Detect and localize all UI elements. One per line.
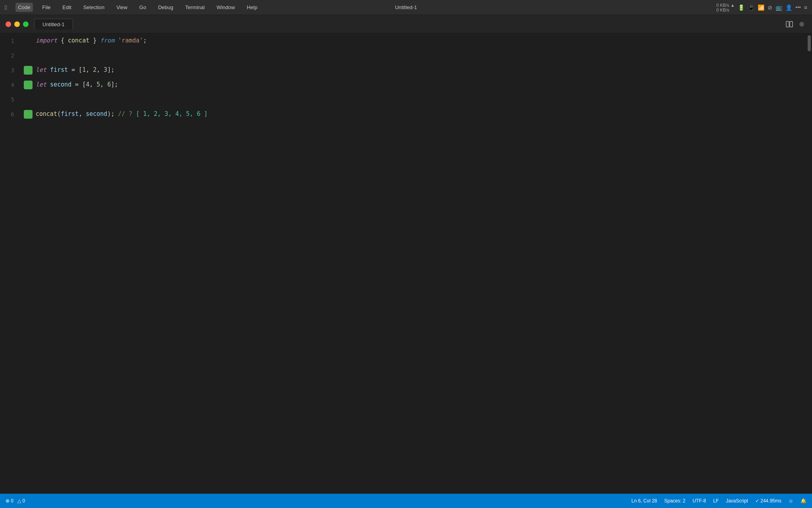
tab-label: Untitled-1 (42, 21, 65, 27)
menu-bar:  Code File Edit Selection View Go Debug… (0, 0, 812, 15)
language[interactable]: JavaScript (726, 498, 748, 504)
editor-area: 1import { concat } from 'ramda';23let fi… (0, 33, 812, 494)
lines-container: 1import { concat } from 'ramda';23let fi… (0, 33, 806, 121)
active-tab[interactable]: Untitled-1 (34, 19, 73, 30)
scrollbar-thumb[interactable] (808, 35, 811, 51)
menu-item-view[interactable]: View (114, 3, 130, 12)
menu-item-file[interactable]: File (40, 3, 53, 12)
noentry-icon: ⊘ (768, 4, 772, 11)
quokka-indicator (24, 110, 33, 119)
dirty-indicator (799, 22, 804, 27)
more-icon: ••• (795, 4, 801, 10)
line-number: 4 (0, 82, 22, 88)
quokka-indicator (24, 81, 33, 89)
line-number: 1 (0, 38, 22, 44)
line-number: 2 (0, 52, 22, 59)
menu-item-window[interactable]: Window (214, 3, 237, 12)
tabs-area: Untitled-1 (34, 19, 786, 30)
battery-icon: 🔋 (738, 4, 745, 11)
close-button[interactable] (6, 21, 11, 27)
line-number: 3 (0, 67, 22, 73)
status-icons: 0 KB/s ▲0 KB/s 🔋 📱 📶 ⊘ 📺 👤 ••• ≡ (716, 3, 807, 12)
line-col[interactable]: Ln 6, Col 28 (632, 498, 657, 504)
line-number: 5 (0, 96, 22, 103)
network-status: 0 KB/s ▲0 KB/s (716, 3, 735, 12)
menu-bar-left:  Code File Edit Selection View Go Debug… (5, 3, 260, 12)
apple-logo:  (5, 4, 7, 11)
quokka-indicator (24, 51, 33, 60)
window-title: Untitled-1 (395, 4, 417, 10)
code-editor[interactable]: 1import { concat } from 'ramda';23let fi… (0, 33, 806, 494)
spaces[interactable]: Spaces: 2 (664, 498, 685, 504)
minimize-button[interactable] (14, 21, 20, 27)
menu-item-debug[interactable]: Debug (156, 3, 176, 12)
quokka-indicator (24, 66, 33, 75)
phone-icon: 📱 (748, 4, 755, 11)
table-row: 3let first = [1, 2, 3]; (0, 63, 806, 77)
smiley-icon[interactable]: ☺ (789, 498, 793, 504)
list-icon: ≡ (804, 4, 807, 11)
bell-icon[interactable]: 🔔 (801, 498, 806, 504)
quokka-status[interactable]: ✓ 244.95ms (755, 498, 781, 504)
status-bar: ⊗ 0 △ 0 Ln 6, Col 28 Spaces: 2 UTF-8 LF … (0, 494, 812, 508)
line-ending[interactable]: LF (713, 498, 719, 504)
status-right: Ln 6, Col 28 Spaces: 2 UTF-8 LF JavaScri… (632, 498, 806, 504)
code-line: let second = [4, 5, 6]; (36, 77, 118, 92)
warning-icon: △ (17, 498, 21, 504)
menu-item-selection[interactable]: Selection (81, 3, 107, 12)
table-row: 5 (0, 92, 806, 107)
menu-item-terminal[interactable]: Terminal (183, 3, 207, 12)
error-count[interactable]: ⊗ 0 △ 0 (6, 498, 25, 504)
quokka-indicator (24, 95, 33, 104)
wifi-icon: 📶 (758, 4, 764, 11)
encoding[interactable]: UTF-8 (693, 498, 706, 504)
menu-item-edit[interactable]: Edit (60, 3, 74, 12)
menu-item-code[interactable]: Code (15, 3, 33, 12)
user-icon: 👤 (785, 4, 792, 11)
table-row: 2 (0, 48, 806, 63)
svg-rect-0 (786, 21, 789, 27)
code-line: concat(first, second); // ? [ 1, 2, 3, 4… (36, 107, 208, 121)
cast-icon: 📺 (776, 4, 782, 11)
code-line: let first = [1, 2, 3]; (36, 63, 115, 77)
status-left: ⊗ 0 △ 0 (6, 498, 25, 504)
window-controls (786, 21, 812, 28)
menu-item-go[interactable]: Go (137, 3, 148, 12)
menu-item-help[interactable]: Help (244, 3, 260, 12)
traffic-lights (0, 17, 34, 31)
table-row: 4let second = [4, 5, 6]; (0, 77, 806, 92)
svg-rect-1 (790, 21, 793, 27)
quokka-indicator (24, 37, 33, 45)
table-row: 1import { concat } from 'ramda'; (0, 33, 806, 48)
split-editor-icon[interactable] (786, 21, 793, 28)
maximize-button[interactable] (23, 21, 29, 27)
table-row: 6concat(first, second); // ? [ 1, 2, 3, … (0, 107, 806, 121)
code-line: import { concat } from 'ramda'; (36, 33, 147, 48)
line-number: 6 (0, 111, 22, 117)
error-icon: ⊗ (6, 498, 10, 504)
scrollbar[interactable] (806, 33, 812, 494)
tab-bar: Untitled-1 (0, 15, 812, 33)
